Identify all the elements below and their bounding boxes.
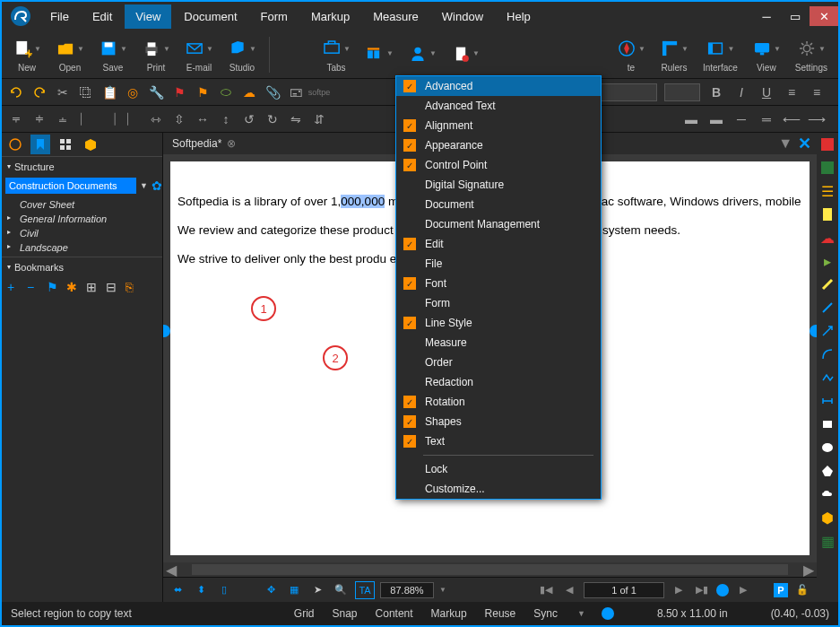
bm-export-icon[interactable]: ⎘ bbox=[126, 280, 140, 294]
tool-image-icon[interactable]: ▦ bbox=[819, 533, 836, 549]
rotate-l-icon[interactable]: ↺ bbox=[240, 110, 258, 128]
align-top-icon[interactable]: ⫧ bbox=[7, 110, 25, 128]
dd-item-text[interactable]: ✓Text bbox=[396, 431, 601, 451]
status-toggle-sync[interactable]: Sync bbox=[530, 607, 561, 620]
size-w-icon[interactable]: ↔ bbox=[194, 110, 212, 128]
dd-item-line-style[interactable]: ✓Line Style bbox=[396, 313, 601, 333]
first-page-icon[interactable]: ▮◀ bbox=[537, 581, 555, 599]
dd-item-rotation[interactable]: ✓Rotation bbox=[396, 392, 601, 412]
flag-orange-icon[interactable]: ⚑ bbox=[194, 83, 212, 101]
align-middle-icon[interactable]: ⫩ bbox=[30, 110, 48, 128]
text-select-icon[interactable]: TA bbox=[355, 581, 375, 599]
menu-measure[interactable]: Measure bbox=[362, 4, 429, 29]
dd-item-measure[interactable]: Measure bbox=[396, 333, 601, 353]
tab-close-icon[interactable]: ⊗ bbox=[227, 137, 236, 150]
menu-document[interactable]: Document bbox=[173, 4, 247, 29]
watermark-icon[interactable]: softpe bbox=[310, 83, 328, 101]
structure-header[interactable]: ▾Structure bbox=[2, 156, 162, 176]
tb-new[interactable]: ▼New bbox=[7, 36, 47, 73]
redo-icon[interactable] bbox=[30, 83, 48, 101]
bm-expand-icon[interactable]: ⊞ bbox=[86, 280, 100, 294]
tab-thumbnails-icon[interactable] bbox=[5, 135, 25, 154]
dd-item-redaction[interactable]: Redaction bbox=[396, 372, 601, 392]
tool-highlight-icon[interactable] bbox=[819, 206, 836, 222]
tool-cloud-icon[interactable]: ☁ bbox=[819, 230, 836, 246]
status-toggle-grid[interactable]: Grid bbox=[290, 607, 318, 620]
tb-rulers[interactable]: ▼Rulers bbox=[654, 36, 694, 73]
tb-interface[interactable]: ▼Interface bbox=[697, 36, 743, 73]
fill-icon[interactable]: ▬ bbox=[707, 110, 725, 128]
structure-select[interactable] bbox=[5, 178, 136, 194]
tool-arrow-icon[interactable] bbox=[819, 323, 836, 339]
arrow-start-icon[interactable]: ⟵ bbox=[783, 110, 801, 128]
tree-item[interactable]: ▸Landscape bbox=[2, 240, 162, 255]
last-page-icon[interactable]: ▶▮ bbox=[693, 581, 711, 599]
tab-grid-icon[interactable] bbox=[56, 135, 75, 154]
minimize-button[interactable]: ─ bbox=[752, 6, 781, 26]
dd-item-edit[interactable]: ✓Edit bbox=[396, 234, 601, 254]
dd-item-lock[interactable]: Lock bbox=[396, 459, 601, 479]
tb-studio[interactable]: ▼Studio bbox=[222, 36, 262, 73]
tb-print[interactable]: ▼Print bbox=[136, 36, 176, 73]
dd-item-appearance[interactable]: ✓Appearance bbox=[396, 135, 601, 155]
status-toggle-markup[interactable]: Markup bbox=[428, 607, 471, 620]
menu-markup[interactable]: Markup bbox=[300, 4, 360, 29]
tool-line-icon[interactable] bbox=[819, 300, 836, 316]
status-dot-icon[interactable] bbox=[602, 607, 614, 620]
park-icon[interactable]: P bbox=[774, 583, 788, 597]
fit-width-icon[interactable]: ⬌ bbox=[169, 581, 186, 599]
status-toggle-snap[interactable]: Snap bbox=[329, 607, 361, 620]
annotation-marker[interactable]: 2 bbox=[323, 345, 348, 370]
fit-page-icon[interactable]: ⬍ bbox=[192, 581, 210, 599]
dd-item-shapes[interactable]: ✓Shapes bbox=[396, 412, 601, 431]
underline-icon[interactable]: U bbox=[758, 83, 775, 101]
tool-polygon-icon[interactable] bbox=[819, 463, 836, 479]
zoom-icon[interactable]: 🔍 bbox=[332, 581, 350, 599]
dd-item-document[interactable]: Document bbox=[396, 195, 601, 214]
menu-form[interactable]: Form bbox=[250, 4, 299, 29]
tool-flag-icon[interactable]: ▸ bbox=[819, 253, 836, 269]
dd-item-digital-signature[interactable]: Digital Signature bbox=[396, 175, 601, 195]
dd-item-document-management[interactable]: Document Management bbox=[396, 214, 601, 234]
cut-icon[interactable]: ✂ bbox=[54, 83, 72, 101]
flip-h-icon[interactable]: ⇋ bbox=[287, 110, 305, 128]
bm-star-icon[interactable]: ✱ bbox=[66, 280, 81, 294]
line-style-icon[interactable]: ─ bbox=[732, 110, 750, 128]
tool-note-icon[interactable]: ☰ bbox=[819, 183, 836, 199]
tool-palette-icon[interactable] bbox=[819, 136, 836, 152]
flip-v-icon[interactable]: ⇵ bbox=[310, 110, 328, 128]
tool-arc-icon[interactable] bbox=[819, 346, 836, 362]
paste-icon[interactable]: 📋 bbox=[100, 83, 118, 101]
link-icon[interactable]: ⬭ bbox=[217, 83, 235, 101]
dd-item-control-point[interactable]: ✓Control Point bbox=[396, 155, 601, 175]
dd-item-advanced-text[interactable]: Advanced Text bbox=[396, 96, 601, 116]
tb-tabs[interactable]: ▼Tabs bbox=[316, 36, 356, 73]
zoom-drop-icon[interactable]: ▼ bbox=[439, 586, 446, 594]
align-l-icon[interactable]: ⎸ bbox=[77, 110, 95, 128]
italic-icon[interactable]: I bbox=[732, 83, 750, 101]
line-weight-icon[interactable]: ═ bbox=[758, 110, 775, 128]
menu-view[interactable]: View bbox=[125, 4, 171, 29]
next-view-icon[interactable]: ▶ bbox=[734, 581, 752, 599]
target-icon[interactable]: ◎ bbox=[124, 83, 142, 101]
bm-add-icon[interactable]: + bbox=[7, 280, 22, 294]
menu-help[interactable]: Help bbox=[496, 4, 541, 29]
align-c-icon[interactable]: ⎹ bbox=[100, 110, 118, 128]
tab-menu-icon[interactable]: ▼ bbox=[778, 135, 792, 152]
tb-view[interactable]: ▼View bbox=[747, 36, 786, 73]
page-input[interactable] bbox=[584, 582, 664, 598]
stamp-icon[interactable]: 🖃 bbox=[287, 83, 305, 101]
bookmarks-header[interactable]: ▾Bookmarks bbox=[2, 257, 162, 276]
menu-edit[interactable]: Edit bbox=[82, 4, 123, 29]
tab-close-all-icon[interactable]: ✕ bbox=[798, 134, 811, 153]
zoom-input[interactable] bbox=[380, 582, 434, 598]
h-scrollbar[interactable]: ◀▶ bbox=[163, 562, 817, 577]
tool-ellipse-icon[interactable] bbox=[819, 440, 836, 456]
dist-h-icon[interactable]: ⇿ bbox=[147, 110, 165, 128]
bm-collapse-icon[interactable]: ⊟ bbox=[106, 280, 120, 294]
annotation-marker[interactable]: 1 bbox=[251, 296, 276, 321]
pointer-icon[interactable]: ➤ bbox=[308, 581, 326, 599]
dd-item-alignment[interactable]: ✓Alignment bbox=[396, 116, 601, 135]
font-size-select[interactable] bbox=[664, 83, 700, 101]
prev-page-icon[interactable]: ◀ bbox=[560, 581, 578, 599]
